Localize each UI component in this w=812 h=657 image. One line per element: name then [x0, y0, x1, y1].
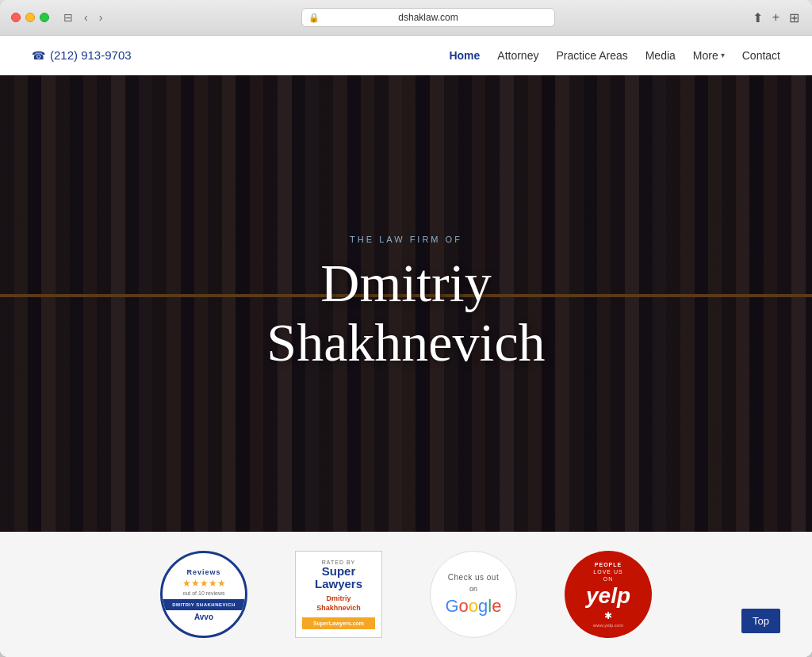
hero-title: Dmitriy Shakhnevich [266, 254, 545, 372]
google-g2: g [478, 596, 488, 616]
browser-actions: ⬆ + ⊞ [751, 9, 801, 27]
avvo-count: out of 10 reviews [183, 590, 225, 596]
hero-content: THE LAW FIRM OF Dmitriy Shakhnevich [266, 235, 545, 372]
super-lawyers-container: RATED BY Super Lawyers DmitriyShakhnevic… [295, 551, 382, 638]
browser-controls: ⊟ ‹ › [60, 10, 105, 25]
hero-title-line1: Dmitriy [266, 254, 545, 313]
traffic-lights [11, 13, 49, 22]
minimize-button[interactable] [25, 13, 35, 22]
yelp-logo: yelp [586, 583, 630, 609]
lock-icon: 🔒 [308, 13, 320, 23]
nav-contact[interactable]: Contact [742, 49, 780, 62]
avvo-badge[interactable]: Reviews ★★★★★ out of 10 reviews DMITRIY … [160, 551, 247, 638]
google-badge[interactable]: Check us out on Google [430, 551, 517, 638]
yelp-on: ON [603, 576, 614, 582]
nav-attorney[interactable]: Attorney [497, 49, 538, 62]
sl-name: DmitriyShakhnevich [316, 594, 361, 613]
hero-section: THE LAW FIRM OF Dmitriy Shakhnevich [0, 75, 812, 532]
badges-section: Reviews ★★★★★ out of 10 reviews DMITRIY … [0, 532, 812, 657]
avvo-stars: ★★★★★ [182, 578, 226, 589]
tab-overview-button[interactable]: ⊞ [787, 9, 801, 27]
site-navigation: Home Attorney Practice Areas Media More … [449, 49, 780, 62]
phone-icon: ☎ [32, 49, 45, 62]
top-button[interactable]: Top [741, 609, 780, 633]
google-on-text: on [469, 585, 477, 593]
yelp-people: PEOPLE [595, 562, 622, 567]
yelp-love: LOVE US [593, 569, 622, 575]
badges-wrapper: Reviews ★★★★★ out of 10 reviews DMITRIY … [0, 532, 812, 657]
forward-button[interactable]: › [96, 10, 106, 25]
browser-window: ⊟ ‹ › 🔒 dshaklaw.com ⬆ + ⊞ ☎ (212) 913-9… [0, 0, 812, 657]
yelp-url: www.yelp.com [593, 623, 623, 628]
address-bar-container: 🔒 dshaklaw.com [113, 8, 742, 27]
address-bar[interactable]: 🔒 dshaklaw.com [301, 8, 555, 27]
super-lawyers-badge[interactable]: RATED BY Super Lawyers DmitriyShakhnevic… [295, 551, 382, 638]
share-button[interactable]: ⬆ [751, 9, 764, 27]
sl-url: SuperLawyers.com [302, 617, 375, 629]
sl-title: Super Lawyers [302, 565, 375, 591]
google-o2: o [469, 596, 478, 616]
avvo-name: DMITRIY SHAKHNEVICH [163, 599, 245, 610]
avvo-reviews-label: Reviews [186, 568, 220, 576]
close-button[interactable] [11, 13, 21, 22]
nav-practice-areas[interactable]: Practice Areas [556, 49, 627, 62]
new-tab-button[interactable]: + [771, 9, 781, 26]
hero-subtitle: THE LAW FIRM OF [266, 235, 545, 244]
yelp-burst: ✱ [604, 610, 612, 621]
yelp-badge-container: PEOPLE LOVE US ON yelp ✱ www.yelp.com [565, 551, 652, 638]
avvo-badge-container: Reviews ★★★★★ out of 10 reviews DMITRIY … [160, 551, 247, 638]
avvo-logo: Avvo [194, 613, 213, 621]
nav-more[interactable]: More ▾ [693, 49, 725, 62]
hero-title-line2: Shakhnevich [266, 313, 545, 372]
maximize-button[interactable] [40, 13, 49, 22]
nav-home[interactable]: Home [449, 49, 480, 62]
website-content: ☎ (212) 913-9703 Home Attorney Practice … [0, 36, 812, 657]
browser-titlebar: ⊟ ‹ › 🔒 dshaklaw.com ⬆ + ⊞ [0, 0, 812, 36]
google-check-text: Check us out [448, 573, 499, 582]
chevron-down-icon: ▾ [721, 51, 725, 59]
back-button[interactable]: ‹ [81, 10, 91, 25]
google-e: e [492, 596, 501, 616]
google-o1: o [459, 596, 469, 616]
sidebar-toggle-button[interactable]: ⊟ [60, 10, 76, 25]
google-badge-container: Check us out on Google [430, 551, 517, 638]
url-text: dshaklaw.com [398, 12, 458, 23]
phone-text: (212) 913-9703 [50, 48, 132, 62]
google-g: G [445, 596, 458, 616]
nav-media[interactable]: Media [645, 49, 676, 62]
yelp-badge[interactable]: PEOPLE LOVE US ON yelp ✱ www.yelp.com [565, 551, 652, 638]
phone-number: ☎ (212) 913-9703 [32, 48, 132, 62]
site-header: ☎ (212) 913-9703 Home Attorney Practice … [0, 36, 812, 75]
google-logo: Google [445, 596, 501, 617]
